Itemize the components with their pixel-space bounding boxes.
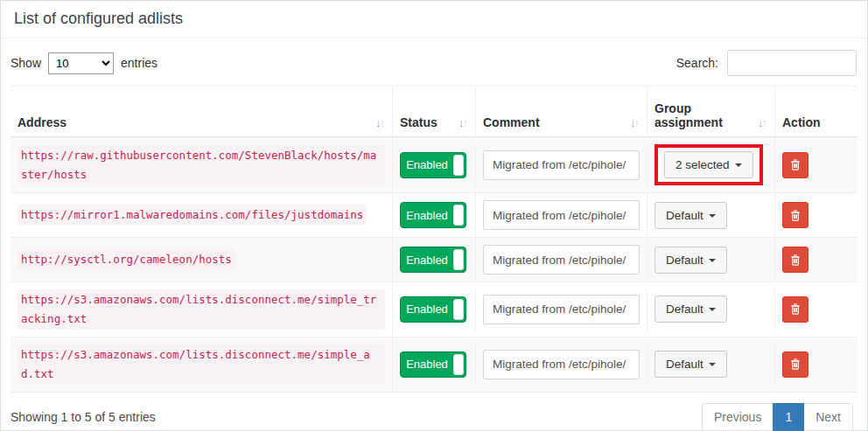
address-cell: https://raw.githubusercontent.com/Steven… — [10, 138, 393, 192]
comment-input[interactable] — [483, 350, 640, 379]
comment-cell — [476, 343, 648, 386]
caret-down-icon — [709, 214, 716, 218]
search-control: Search: — [676, 50, 857, 76]
adlist-url: https://s3.amazonaws.com/lists.disconnec… — [18, 289, 385, 330]
status-toggle[interactable]: Enabled — [400, 152, 466, 178]
page-size-select[interactable]: 10 — [48, 52, 114, 74]
group-assignment-dropdown[interactable]: Default — [654, 295, 727, 323]
trash-icon — [789, 302, 802, 316]
toggle-knob-icon — [453, 354, 464, 375]
annotation-highlight-box: 2 selected — [654, 144, 763, 185]
caret-down-icon — [709, 259, 716, 262]
group-assignment-cell: 2 selected — [648, 137, 775, 192]
show-label: Show — [10, 56, 41, 70]
adlists-table: Address ↓↑ Status ↓↑ Comment ↓↑ Group as… — [10, 86, 858, 393]
card-header: List of configured adlists — [1, 1, 867, 38]
table-header-row: Address ↓↑ Status ↓↑ Comment ↓↑ Group as… — [10, 87, 858, 137]
comment-input[interactable] — [483, 295, 640, 324]
action-cell — [775, 143, 858, 187]
column-header-address[interactable]: Address ↓↑ — [10, 87, 393, 136]
status-toggle[interactable]: Enabled — [400, 247, 466, 273]
comment-input[interactable] — [483, 150, 640, 180]
delete-adlist-button[interactable] — [782, 296, 808, 323]
caret-down-icon — [709, 363, 716, 366]
address-cell: https://mirror1.malwaredomains.com/files… — [10, 193, 393, 237]
address-cell: https://s3.amazonaws.com/lists.disconnec… — [10, 282, 393, 337]
search-label: Search: — [676, 56, 718, 70]
sort-icon[interactable]: ↓↑ — [758, 116, 767, 129]
entries-label: entries — [121, 56, 158, 70]
status-toggle-label: Enabled — [406, 209, 448, 222]
status-toggle[interactable]: Enabled — [400, 351, 466, 378]
adlist-url: https://mirror1.malwaredomains.com/files… — [18, 205, 367, 226]
group-assignment-dropdown[interactable]: Default — [654, 247, 727, 274]
comment-input[interactable] — [483, 245, 640, 275]
caret-down-icon — [735, 163, 742, 167]
trash-icon — [789, 254, 802, 267]
status-cell: Enabled — [393, 288, 476, 331]
group-assignment-cell: Default — [648, 288, 775, 331]
address-cell: https://s3.amazonaws.com/lists.disconnec… — [10, 337, 393, 392]
group-assignment-dropdown[interactable]: 2 selected — [664, 151, 753, 178]
adlist-row: http://sysctl.org/cameleon/hosts Enabled… — [10, 238, 858, 282]
status-cell: Enabled — [393, 143, 476, 187]
column-header-action: Action — [775, 87, 858, 136]
pagination: Previous 1 Next — [702, 403, 853, 431]
group-assignment-dropdown[interactable]: Default — [654, 351, 727, 378]
table-footer: Showing 1 to 5 of 5 entries Previous 1 N… — [1, 393, 867, 431]
status-toggle[interactable]: Enabled — [400, 202, 466, 228]
table-body: https://raw.githubusercontent.com/Steven… — [10, 137, 858, 393]
page-title: List of configured adlists — [14, 10, 854, 28]
group-assignment-cell: Default — [648, 238, 775, 282]
status-toggle-label: Enabled — [406, 302, 448, 316]
delete-adlist-button[interactable] — [782, 351, 808, 378]
next-page-button[interactable]: Next — [803, 403, 853, 431]
toggle-knob-icon — [453, 205, 464, 226]
sort-icon[interactable]: ↓↑ — [458, 116, 468, 129]
page-length-control: Show 10 entries — [10, 52, 158, 74]
group-assignment-dropdown[interactable]: Default — [654, 202, 727, 229]
toggle-knob-icon — [453, 299, 464, 320]
search-input[interactable] — [727, 50, 857, 76]
delete-adlist-button[interactable] — [782, 152, 808, 178]
adlist-url: https://s3.amazonaws.com/lists.disconnec… — [18, 344, 385, 385]
toggle-knob-icon — [453, 155, 464, 176]
page-number-button[interactable]: 1 — [773, 403, 804, 431]
trash-icon — [789, 358, 802, 371]
action-cell — [775, 343, 858, 386]
sort-icon[interactable]: ↓↑ — [375, 116, 385, 129]
action-cell — [775, 193, 858, 237]
address-cell: http://sysctl.org/cameleon/hosts — [10, 238, 393, 282]
adlist-row: https://mirror1.malwaredomains.com/files… — [10, 193, 858, 238]
previous-page-button[interactable]: Previous — [702, 403, 774, 431]
adlists-card: List of configured adlists Show 10 entri… — [0, 0, 868, 431]
status-toggle-label: Enabled — [406, 158, 448, 171]
toggle-knob-icon — [453, 249, 464, 270]
adlist-url: http://sysctl.org/cameleon/hosts — [18, 249, 235, 270]
group-assignment-cell: Default — [648, 343, 775, 386]
sort-icon[interactable]: ↓↑ — [630, 116, 640, 129]
table-controls: Show 10 entries Search: — [1, 38, 867, 86]
trash-icon — [789, 158, 802, 171]
status-toggle-label: Enabled — [406, 254, 448, 267]
comment-cell — [476, 288, 648, 331]
status-cell: Enabled — [393, 343, 476, 386]
status-toggle[interactable]: Enabled — [400, 296, 466, 323]
delete-adlist-button[interactable] — [782, 247, 808, 273]
status-cell: Enabled — [393, 193, 476, 237]
adlist-row: https://raw.githubusercontent.com/Steven… — [10, 137, 858, 193]
column-header-comment[interactable]: Comment ↓↑ — [476, 87, 648, 136]
column-header-group-assignment[interactable]: Group assignment ↓↑ — [648, 87, 775, 136]
status-toggle-label: Enabled — [406, 358, 448, 371]
column-header-status[interactable]: Status ↓↑ — [393, 87, 476, 136]
adlist-row: https://s3.amazonaws.com/lists.disconnec… — [10, 282, 858, 337]
entries-summary: Showing 1 to 5 of 5 entries — [10, 410, 156, 424]
status-cell: Enabled — [393, 238, 476, 282]
comment-cell — [476, 193, 648, 237]
delete-adlist-button[interactable] — [782, 202, 808, 228]
comment-input[interactable] — [483, 200, 640, 230]
action-cell — [775, 288, 858, 331]
caret-down-icon — [709, 308, 716, 311]
comment-cell — [476, 143, 648, 187]
trash-icon — [789, 209, 802, 222]
